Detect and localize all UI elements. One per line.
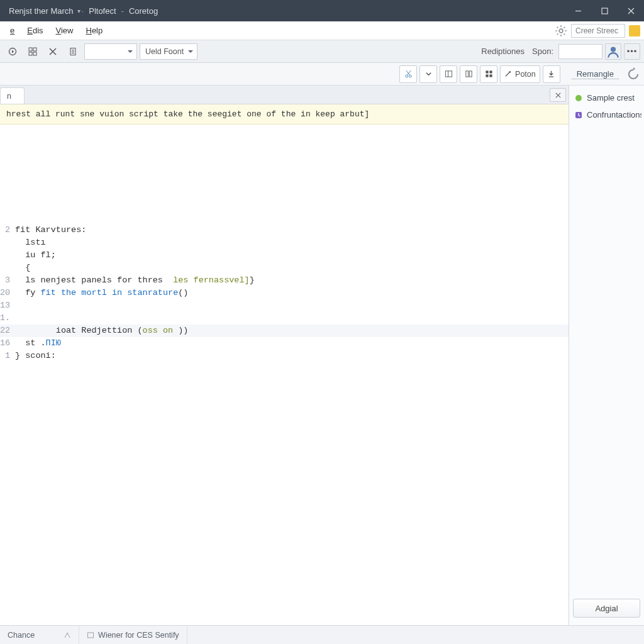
menubar-search-input[interactable]: Creer Streec <box>571 24 625 38</box>
svg-rect-15 <box>489 70 492 73</box>
editor-pane: n hrest all runt sne vuion script take t… <box>0 86 569 625</box>
svg-rect-12 <box>465 71 468 77</box>
sidebar-item-confruntactions[interactable]: Confruntactions <box>572 106 641 123</box>
close-icon[interactable] <box>550 88 566 102</box>
tab-label: n <box>7 92 11 101</box>
statusbar: Chance Wiener for CES Sentify <box>0 625 644 644</box>
tiles-icon[interactable] <box>480 65 497 83</box>
svg-rect-6 <box>33 52 36 55</box>
title-sep: · <box>80 6 86 16</box>
menu-edit[interactable]: Edis <box>21 23 49 38</box>
status-center[interactable]: Wiener for CES Sentify <box>79 626 187 644</box>
menu-help[interactable]: Help <box>79 23 109 38</box>
chevron-down-icon[interactable] <box>419 65 437 83</box>
user-icon[interactable] <box>605 43 621 60</box>
window-close-button[interactable] <box>618 0 644 21</box>
status-left-label: Chance <box>8 631 35 640</box>
status-left[interactable]: Chance <box>0 626 79 644</box>
toolbar-document-icon[interactable] <box>64 43 82 60</box>
title-sep: - <box>120 6 125 16</box>
svg-rect-13 <box>469 71 472 77</box>
toolbar: Ueld Foont Rediptiones Spon: ••• <box>0 40 644 63</box>
menu-view[interactable]: View <box>50 23 80 38</box>
poton-button[interactable]: Poton <box>500 65 540 83</box>
side-panel: Sample crest Confruntactions Adgial <box>569 86 644 625</box>
editor-tab[interactable]: n <box>0 87 25 104</box>
main-area: n hrest all runt sne vuion script take t… <box>0 86 644 625</box>
cut-icon[interactable] <box>399 65 417 83</box>
titlebar: Renjst ther March ▾ · Pltofect - Coretog <box>0 0 644 21</box>
sidebar-item-label: Confruntactions <box>587 110 641 119</box>
tabstrip: n <box>0 86 569 104</box>
svg-point-18 <box>575 95 582 101</box>
svg-rect-11 <box>445 71 452 77</box>
svg-rect-16 <box>486 74 488 77</box>
svg-rect-20 <box>88 633 94 638</box>
gear-icon[interactable] <box>555 25 567 37</box>
toolbar-right-input[interactable] <box>558 44 602 59</box>
secondary-toolbar: Poton Remangle <box>0 63 644 86</box>
svg-point-10 <box>409 75 411 77</box>
toolbar-grid-icon[interactable] <box>24 43 42 60</box>
toolbar-run-icon[interactable] <box>4 43 21 60</box>
svg-rect-3 <box>29 48 32 51</box>
download-icon[interactable] <box>543 65 560 83</box>
refresh-icon[interactable] <box>626 67 640 81</box>
svg-point-8 <box>611 47 616 52</box>
toolbar-combo-2[interactable]: Ueld Foont <box>140 43 197 60</box>
sidebar-item-label: Sample crest <box>587 93 635 103</box>
title-seg-2: Pltofect <box>85 6 119 16</box>
svg-rect-14 <box>486 70 488 73</box>
title-seg-1: Renjst ther March <box>5 6 77 16</box>
code-editor[interactable]: 2fit Karvtures: lstı iu fl; { 3 ls nenje… <box>0 125 569 625</box>
toolbar-right-label-1: Rediptiones <box>479 47 527 56</box>
svg-rect-5 <box>29 52 32 55</box>
panel-icon[interactable] <box>440 65 457 83</box>
svg-point-1 <box>559 29 563 33</box>
toolbar-right-label-2: Spon: <box>530 47 556 56</box>
adgial-button[interactable]: Adgial <box>573 599 640 618</box>
window-minimize-button[interactable] <box>565 0 591 21</box>
toolbar-stop-icon[interactable] <box>44 43 62 60</box>
svg-rect-0 <box>602 8 608 14</box>
sidebar-item-sample[interactable]: Sample crest <box>572 89 641 106</box>
right-panel-header[interactable]: Remangle <box>572 69 619 79</box>
info-banner: hrest all runt sne vuion script take the… <box>0 104 569 125</box>
status-center-label: Wiener for CES Sentify <box>98 631 179 640</box>
title-seg-3: Coretog <box>125 6 162 16</box>
toolbar-combo-1[interactable] <box>84 43 137 60</box>
more-icon[interactable]: ••• <box>624 43 640 60</box>
notification-badge-icon[interactable] <box>629 25 640 36</box>
menu-file[interactable]: e <box>4 23 21 38</box>
svg-point-9 <box>405 75 408 77</box>
svg-rect-17 <box>489 74 492 77</box>
menubar: e Edis View Help Creer Streec <box>0 21 644 40</box>
columns-icon[interactable] <box>460 65 477 83</box>
poton-label: Poton <box>515 70 536 79</box>
svg-rect-4 <box>33 48 36 51</box>
window-maximize-button[interactable] <box>591 0 618 21</box>
